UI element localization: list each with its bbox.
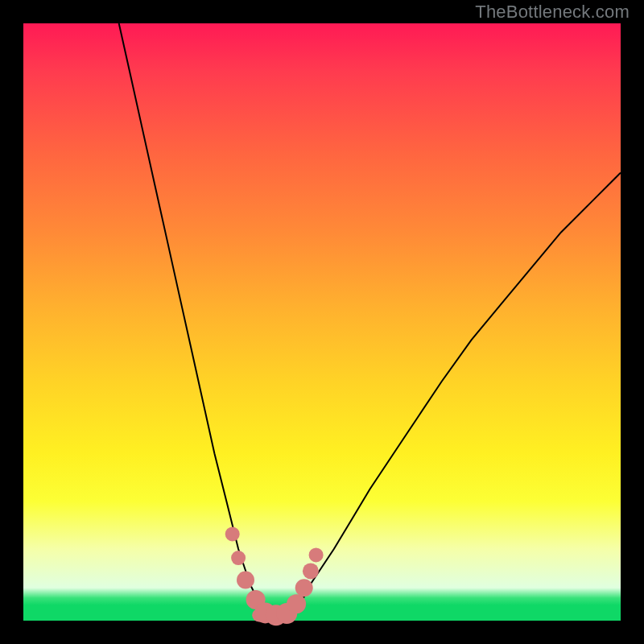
marker-group [225, 526, 324, 625]
marker-dot [295, 579, 313, 597]
marker-dot [231, 551, 246, 565]
curve-svg [23, 23, 621, 621]
plot-area [23, 23, 621, 621]
bottleneck-curve [119, 23, 621, 615]
marker-dot [309, 547, 324, 562]
marker-dot [287, 594, 306, 613]
marker-dot [237, 572, 254, 589]
marker-dot [303, 563, 319, 579]
marker-dot [225, 526, 240, 541]
watermark-text: TheBottleneck.com [475, 2, 630, 23]
chart-frame: TheBottleneck.com [0, 0, 644, 644]
